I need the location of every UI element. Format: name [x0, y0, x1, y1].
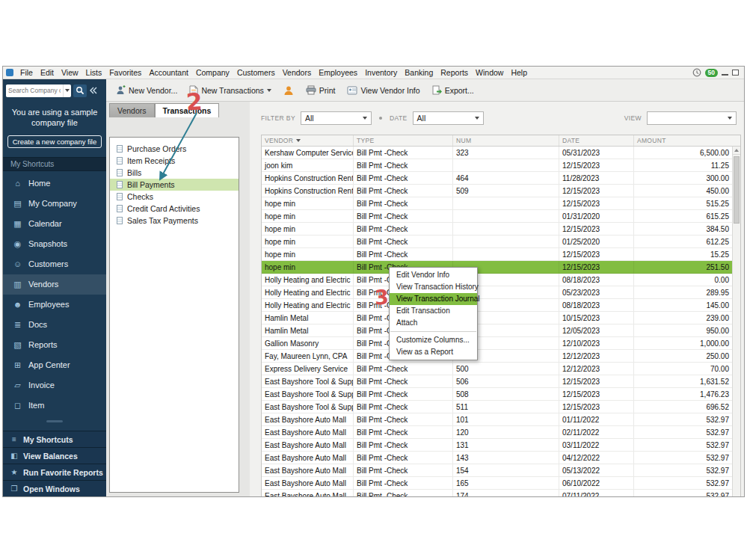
table-row[interactable]: East Bayshore Auto MallBill Pmt -Check14…	[262, 452, 732, 464]
sidebar-item-item[interactable]: ◻Item	[3, 396, 106, 416]
table-row[interactable]: Kershaw Computer ServicesBill Pmt -Check…	[262, 147, 732, 159]
menu-file[interactable]: File	[16, 68, 37, 77]
menu-favorites[interactable]: Favorites	[105, 68, 145, 77]
column-header-num[interactable]: NUM	[452, 135, 559, 146]
restore-button[interactable]	[732, 70, 739, 76]
menu-reports[interactable]: Reports	[437, 68, 472, 77]
menu-customers[interactable]: Customers	[233, 68, 279, 77]
table-row[interactable]: East Bayshore Auto MallBill Pmt -Check17…	[262, 490, 732, 496]
print-button[interactable]: Print	[301, 83, 341, 97]
table-row[interactable]: East Bayshore Tool & SupplyBill Pmt -Che…	[262, 388, 732, 401]
table-row[interactable]: Hamlin MetalBill Pmt -Check12/05/2023950…	[262, 324, 732, 337]
table-row[interactable]: hope minBill Pmt -Check12/15/2023251.50	[262, 261, 732, 274]
table-row[interactable]: hope minBill Pmt -Check01/31/2020615.25	[262, 210, 732, 223]
transaction-type-item-receipts[interactable]: Item Receipts	[110, 155, 239, 167]
vertical-scrollbar[interactable]	[732, 147, 740, 496]
menu-window[interactable]: Window	[472, 68, 507, 77]
sidebar-item-docs[interactable]: ≣Docs	[3, 315, 106, 335]
sidebar-item-snapshots[interactable]: ◉Snapshots	[3, 234, 106, 254]
transaction-type-label: Sales Tax Payments	[127, 216, 198, 225]
table-row[interactable]: Hopkins Construction RentalsBill Pmt -Ch…	[262, 185, 732, 197]
search-button[interactable]	[73, 84, 87, 97]
reminders-icon[interactable]	[692, 68, 701, 77]
table-row[interactable]: Gallion MasonryBill Pmt -Check12/10/2023…	[262, 337, 732, 350]
menu-vendors[interactable]: Vendors	[279, 68, 316, 77]
column-header-vendor[interactable]: VENDOR	[262, 135, 353, 146]
section-open-windows[interactable]: ❐Open Windows	[3, 480, 106, 496]
context-menu-item-customize-columns[interactable]: Customize Columns...	[390, 334, 477, 346]
search-dropdown-icon[interactable]	[63, 84, 71, 97]
attached-person-button[interactable]	[278, 83, 299, 98]
scrollbar-thumb[interactable]	[734, 156, 740, 224]
sidebar-item-invoice[interactable]: ▱Invoice	[3, 375, 106, 396]
menu-accountant[interactable]: Accountant	[145, 68, 192, 77]
sidebar-item-vendors[interactable]: ▥Vendors	[3, 274, 106, 295]
table-row[interactable]: East Bayshore Auto MallBill Pmt -Check10…	[262, 413, 732, 426]
sidebar-item-employees[interactable]: ☻Employees	[3, 295, 106, 315]
transaction-type-credit-card-activities[interactable]: Credit Card Activities	[110, 203, 239, 215]
context-menu-item-edit-vendor-info[interactable]: Edit Vendor Info	[390, 269, 477, 281]
sidebar-item-home[interactable]: ⌂Home	[3, 173, 106, 194]
export-button[interactable]: Export...	[427, 83, 479, 97]
table-row[interactable]: Fay, Maureen Lynn, CPABill Pmt -Check12/…	[262, 350, 732, 363]
table-row[interactable]: hope minBill Pmt -Check12/15/2023515.25	[262, 197, 732, 210]
column-header-amount[interactable]: AMOUNT	[633, 135, 740, 146]
table-row[interactable]: East Bayshore Auto MallBill Pmt -Check15…	[262, 464, 732, 477]
notification-badge[interactable]: 50	[705, 69, 718, 77]
table-row[interactable]: East Bayshore Auto MallBill Pmt -Check12…	[262, 426, 732, 439]
table-row[interactable]: Holly Heating and ElectricBill Pmt -Chec…	[262, 286, 732, 299]
menu-banking[interactable]: Banking	[401, 68, 437, 77]
table-row[interactable]: hope minBill Pmt -Check01/25/2020612.25	[262, 236, 732, 248]
table-row[interactable]: Hopkins Construction RentalsBill Pmt -Ch…	[262, 172, 732, 185]
table-row[interactable]: hope minBill Pmt -Check12/15/2023384.50	[262, 223, 732, 236]
transaction-type-purchase-orders[interactable]: Purchase Orders	[110, 143, 239, 155]
menu-lists[interactable]: Lists	[82, 68, 106, 77]
collapse-sidebar-button[interactable]	[90, 87, 97, 94]
sidebar-item-app-center[interactable]: ⊞App Center	[3, 355, 106, 375]
menu-view[interactable]: View	[58, 68, 82, 77]
table-row[interactable]: Express Delivery ServiceBill Pmt -Check5…	[262, 363, 732, 375]
view-vendor-info-button[interactable]: View Vendor Info	[342, 84, 425, 97]
context-menu-item-view-as-a-report[interactable]: View as a Report	[390, 346, 477, 358]
minimize-button[interactable]	[722, 74, 728, 76]
table-row[interactable]: East Bayshore Auto MallBill Pmt -Check16…	[262, 477, 732, 490]
section-my-shortcuts[interactable]: ≡My Shortcuts	[3, 431, 106, 447]
section-run-favorite-reports[interactable]: ★Run Favorite Reports	[3, 464, 106, 480]
menu-inventory[interactable]: Inventory	[361, 68, 401, 77]
menu-company[interactable]: Company	[192, 68, 233, 77]
context-menu-item-view-transaction-journal[interactable]: View Transaction Journal	[390, 293, 477, 305]
sidebar-item-calendar[interactable]: ▦Calendar	[3, 214, 106, 234]
table-row[interactable]: Hamlin MetalBill Pmt -Check10/15/2023239…	[262, 312, 732, 324]
section-view-balances[interactable]: ◧View Balances	[3, 447, 106, 464]
context-menu-item-attach[interactable]: Attach	[390, 317, 477, 329]
table-row[interactable]: East Bayshore Tool & SupplyBill Pmt -Che…	[262, 401, 732, 413]
create-company-file-button[interactable]: Create a new company file	[7, 135, 102, 148]
table-row[interactable]: East Bayshore Tool & SupplyBill Pmt -Che…	[262, 375, 732, 388]
menu-employees[interactable]: Employees	[315, 68, 361, 77]
sidebar-item-customers[interactable]: ☺Customers	[3, 254, 106, 274]
table-row[interactable]: East Bayshore Auto MallBill Pmt -Check13…	[262, 439, 732, 452]
column-header-date[interactable]: DATE	[559, 135, 633, 146]
filter-by-select[interactable]: All	[301, 111, 372, 125]
transaction-type-bills[interactable]: Bills	[110, 167, 239, 179]
table-row[interactable]: joon kimBill Pmt -Check12/15/202311.25	[262, 159, 732, 172]
sidebar-item-my-company[interactable]: ▤My Company	[3, 194, 106, 214]
menu-help[interactable]: Help	[507, 68, 531, 77]
date-select[interactable]: All	[413, 111, 484, 125]
table-row[interactable]: Holly Heating and ElectricBill Pmt -Chec…	[262, 299, 732, 312]
menu-edit[interactable]: Edit	[37, 68, 58, 77]
transaction-type-sales-tax-payments[interactable]: Sales Tax Payments	[110, 215, 239, 227]
transaction-type-bill-payments[interactable]: Bill Payments	[110, 179, 239, 191]
transaction-type-checks[interactable]: Checks	[110, 191, 239, 203]
sidebar-item-reports[interactable]: ▧Reports	[3, 335, 106, 355]
column-header-type[interactable]: TYPE	[353, 135, 452, 146]
scroll-up-button[interactable]	[733, 147, 740, 155]
table-row[interactable]: Holly Heating and ElectricBill Pmt -Chec…	[262, 274, 732, 286]
new-vendor-button[interactable]: New Vendor...	[111, 83, 182, 97]
context-menu-item-edit-transaction[interactable]: Edit Transaction	[390, 305, 477, 317]
tab-vendors[interactable]: Vendors	[109, 103, 155, 117]
search-input[interactable]	[6, 85, 63, 96]
table-row[interactable]: hope minBill Pmt -Check12/15/202315.25	[262, 248, 732, 261]
view-select[interactable]	[647, 111, 737, 125]
context-menu-item-view-transaction-history[interactable]: View Transaction History	[390, 281, 477, 293]
